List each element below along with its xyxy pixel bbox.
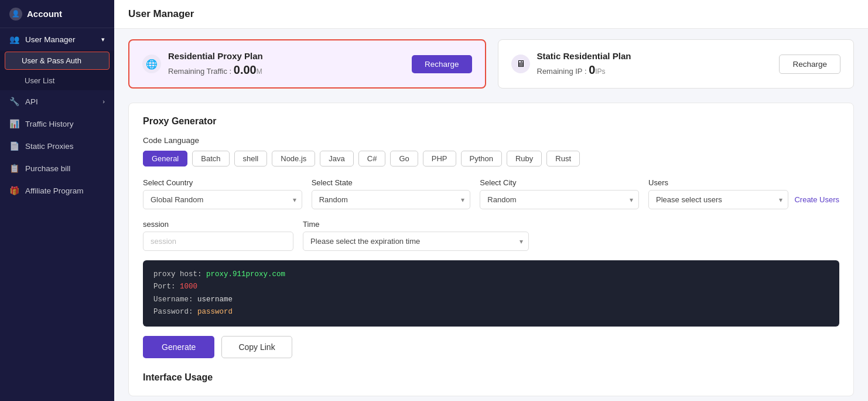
code-line-1: proxy host: proxy.911proxy.com <box>153 269 829 281</box>
main-body: 🌐 Residential Proxy Plan Remaining Traff… <box>114 29 868 401</box>
lang-btn-nodejs[interactable]: Node.js <box>272 151 315 166</box>
residential-plan-icon: 🌐 <box>142 55 161 73</box>
chevron-down-icon: ▾ <box>101 36 105 43</box>
affiliate-icon: 🎁 <box>9 186 19 195</box>
purchase-bill-icon: 📋 <box>9 164 19 173</box>
account-icon: 👤 <box>9 8 22 21</box>
select-state[interactable]: Random <box>312 190 471 209</box>
session-input-group: session <box>143 220 293 251</box>
lang-btn-shell[interactable]: shell <box>234 151 268 166</box>
static-plan-left: 🖥 Static Residential Plan Remaining IP :… <box>511 51 631 77</box>
sidebar-logo-label: Account <box>27 9 62 19</box>
select-users-wrapper: Please select users <box>648 190 788 209</box>
main-content: User Manager 🌐 Residential Proxy Plan Re… <box>114 0 868 401</box>
select-country[interactable]: Global Random <box>143 190 302 209</box>
generate-button[interactable]: Generate <box>143 336 214 358</box>
static-plan-icon: 🖥 <box>511 55 530 73</box>
static-plan-remaining: Remaining IP : 0IPs <box>537 63 631 77</box>
sidebar-sub-item-label: User & Pass Auth <box>22 56 81 65</box>
copy-link-button[interactable]: Copy Link <box>221 336 292 358</box>
static-plan-title: Static Residential Plan <box>537 51 631 61</box>
sidebar-item-label: User Manager <box>25 35 76 44</box>
session-time-row: session Time Please select the expiratio… <box>143 220 839 251</box>
lang-btn-python[interactable]: Python <box>461 151 502 166</box>
residential-plan-info: Residential Proxy Plan Remaining Traffic… <box>168 51 263 77</box>
select-city-label: Select City <box>480 178 639 187</box>
chevron-right-icon: › <box>102 98 105 105</box>
select-state-group: Select State Random <box>312 178 471 209</box>
sidebar-item-traffic-history[interactable]: 📊 Traffic History <box>0 113 114 135</box>
sidebar-item-user-manager[interactable]: 👥 User Manager ▾ <box>0 28 114 50</box>
select-city-wrapper: Random <box>480 190 639 209</box>
create-users-link[interactable]: Create Users <box>794 195 839 204</box>
sidebar-item-label: Traffic History <box>25 120 74 128</box>
select-users[interactable]: Please select users <box>648 190 788 209</box>
lang-btn-csharp[interactable]: C# <box>358 151 386 166</box>
code-block: proxy host: proxy.911proxy.com Port: 100… <box>143 260 839 327</box>
sidebar-item-affiliate-program[interactable]: 🎁 Affiliate Program <box>0 179 114 202</box>
code-line-4: Password: password <box>153 306 829 318</box>
code-language-label: Code Language <box>143 136 839 145</box>
sidebar-item-user-list[interactable]: User List <box>0 71 114 90</box>
sidebar-item-user-pass-auth[interactable]: User & Pass Auth <box>5 52 110 70</box>
sidebar-logo[interactable]: 👤 Account <box>0 0 114 28</box>
lang-btn-ruby[interactable]: Ruby <box>507 151 542 166</box>
select-state-wrapper: Random <box>312 190 471 209</box>
proxy-generator-title: Proxy Generator <box>143 116 839 127</box>
sidebar-sub-item-label: User List <box>25 76 54 85</box>
language-buttons-row: General Batch shell Node.js Java C# Go P… <box>143 151 839 166</box>
static-residential-plan-card: 🖥 Static Residential Plan Remaining IP :… <box>498 39 855 89</box>
select-state-label: Select State <box>312 178 471 187</box>
plan-cards-row: 🌐 Residential Proxy Plan Remaining Traff… <box>128 39 854 89</box>
traffic-icon: 📊 <box>9 119 19 128</box>
static-plan-info: Static Residential Plan Remaining IP : 0… <box>537 51 631 77</box>
code-line-3: Username: username <box>153 294 829 306</box>
selects-row: Select Country Global Random Select Stat… <box>143 178 839 209</box>
users-row-inner: Please select users Create Users <box>648 190 839 209</box>
session-label: session <box>143 220 293 229</box>
sidebar-item-static-proxies[interactable]: 📄 Static Proxies <box>0 135 114 157</box>
user-manager-icon: 👥 <box>9 35 19 44</box>
residential-proxy-plan-card: 🌐 Residential Proxy Plan Remaining Traff… <box>128 39 486 89</box>
sidebar-submenu-user-manager: User & Pass Auth User List <box>0 50 114 90</box>
static-recharge-button[interactable]: Recharge <box>779 55 840 74</box>
lang-btn-batch[interactable]: Batch <box>192 151 229 166</box>
sidebar-item-label: Static Proxies <box>25 142 74 151</box>
sidebar: 👤 Account 👥 User Manager ▾ User & Pass A… <box>0 0 114 401</box>
code-line-2: Port: 1000 <box>153 281 829 293</box>
select-country-group: Select Country Global Random <box>143 178 302 209</box>
lang-btn-go[interactable]: Go <box>390 151 418 166</box>
static-proxies-icon: 📄 <box>9 141 19 151</box>
residential-recharge-button[interactable]: Recharge <box>412 55 472 73</box>
residential-plan-title: Residential Proxy Plan <box>168 51 263 61</box>
select-country-label: Select Country <box>143 178 302 187</box>
proxy-generator-card: Proxy Generator Code Language General Ba… <box>128 103 854 396</box>
residential-plan-left: 🌐 Residential Proxy Plan Remaining Traff… <box>142 51 263 77</box>
residential-plan-remaining: Remaining Traffic : 0.00M <box>168 63 263 77</box>
lang-btn-php[interactable]: PHP <box>423 151 456 166</box>
select-users-group: Users Please select users Create Users <box>648 178 839 209</box>
time-input-group: Time Please select the expiration time <box>303 220 529 251</box>
sidebar-item-label: Affiliate Program <box>25 186 84 195</box>
session-input[interactable] <box>143 232 293 251</box>
sidebar-item-purchase-bill[interactable]: 📋 Purchase bill <box>0 157 114 179</box>
select-city-group: Select City Random <box>480 178 639 209</box>
time-label: Time <box>303 220 529 229</box>
action-buttons-row: Generate Copy Link <box>143 336 839 358</box>
select-country-wrapper: Global Random <box>143 190 302 209</box>
select-users-label: Users <box>648 178 839 187</box>
lang-btn-general[interactable]: General <box>143 151 187 166</box>
interface-usage-title: Interface Usage <box>143 372 839 383</box>
lang-btn-java[interactable]: Java <box>320 151 353 166</box>
api-icon: 🔧 <box>9 97 19 106</box>
sidebar-item-label: Purchase bill <box>25 164 70 173</box>
select-city[interactable]: Random <box>480 190 639 209</box>
sidebar-item-label: API <box>25 97 38 106</box>
time-select[interactable]: Please select the expiration time <box>303 232 529 251</box>
time-select-wrapper: Please select the expiration time <box>303 232 529 251</box>
page-title: User Manager <box>114 0 868 29</box>
sidebar-item-api[interactable]: 🔧 API › <box>0 90 114 113</box>
lang-btn-rust[interactable]: Rust <box>546 151 580 166</box>
